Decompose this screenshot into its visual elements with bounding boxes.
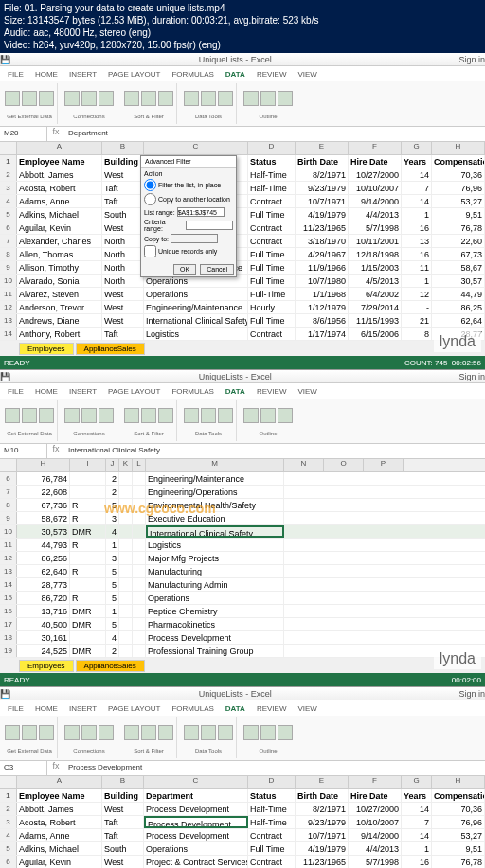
cell[interactable]: 67,73 bbox=[432, 248, 485, 260]
cell[interactable]: Process Development bbox=[144, 803, 248, 815]
cell[interactable] bbox=[133, 539, 146, 551]
cell[interactable]: 28,773 bbox=[17, 578, 70, 591]
row-header[interactable]: 11 bbox=[0, 288, 17, 300]
ribbon-button[interactable] bbox=[124, 91, 139, 106]
ribbon-button[interactable] bbox=[278, 408, 293, 423]
ribbon-button[interactable] bbox=[39, 408, 54, 423]
cell[interactable]: Engineering/Maintenance bbox=[144, 301, 248, 313]
cell[interactable]: 1/17/1974 bbox=[296, 328, 349, 340]
ribbon-button[interactable] bbox=[99, 91, 114, 106]
cell[interactable]: 14 bbox=[402, 803, 432, 815]
name-box[interactable]: M20 bbox=[0, 127, 47, 141]
cell[interactable]: West bbox=[102, 168, 144, 181]
cell[interactable]: 6/15/2006 bbox=[349, 328, 402, 340]
cell[interactable]: 86,256 bbox=[17, 552, 70, 564]
tab-appliance[interactable]: ApplianceSales bbox=[76, 343, 145, 355]
menu-insert[interactable]: INSERT bbox=[69, 704, 97, 713]
ribbon-button[interactable] bbox=[278, 725, 293, 740]
cell[interactable]: 10/7/1971 bbox=[296, 829, 349, 841]
cell[interactable] bbox=[133, 605, 146, 617]
cell[interactable]: Adkins, Michael bbox=[17, 208, 102, 221]
table-row[interactable]: 10Alvarado, SoniaNorthOperationsFull Tim… bbox=[0, 275, 485, 288]
cell[interactable]: 4/4/2013 bbox=[349, 208, 402, 221]
cell[interactable]: - bbox=[402, 301, 432, 313]
cell[interactable]: 9,51 bbox=[432, 842, 485, 855]
row-header[interactable]: 7 bbox=[0, 486, 17, 498]
menu-view[interactable]: VIEW bbox=[297, 70, 316, 79]
cell[interactable]: Taft bbox=[102, 829, 144, 841]
ribbon-button[interactable] bbox=[243, 725, 259, 740]
ribbon-button[interactable] bbox=[81, 408, 97, 423]
ribbon-button[interactable] bbox=[5, 725, 20, 740]
ribbon-button[interactable] bbox=[243, 91, 259, 106]
ribbon-button[interactable] bbox=[201, 725, 216, 740]
ribbon-button[interactable] bbox=[64, 91, 80, 106]
cell[interactable]: Birth Date bbox=[296, 155, 349, 168]
cell[interactable]: 16 bbox=[402, 856, 432, 868]
table-row[interactable]: 1613,716DMR1Peptide Chemistry bbox=[0, 605, 485, 618]
ribbon-button[interactable] bbox=[260, 725, 276, 740]
ribbon-button[interactable] bbox=[99, 408, 114, 423]
cell[interactable]: Adkins, Michael bbox=[17, 842, 102, 855]
cell[interactable]: 10/7/1980 bbox=[296, 275, 349, 287]
col-header[interactable]: G bbox=[402, 776, 432, 788]
cell[interactable]: 1 bbox=[402, 842, 432, 855]
ribbon-button[interactable] bbox=[278, 91, 293, 106]
cell[interactable]: Building bbox=[102, 789, 144, 802]
table-row[interactable]: 1362,640R5Manufacturing bbox=[0, 565, 485, 578]
copy-location-radio[interactable] bbox=[144, 193, 156, 205]
cell[interactable]: 76,96 bbox=[432, 182, 485, 194]
cell[interactable]: West bbox=[102, 288, 144, 300]
cell[interactable]: Full Time bbox=[248, 261, 296, 274]
ribbon-button[interactable] bbox=[5, 408, 20, 423]
cell[interactable]: West bbox=[102, 221, 144, 234]
cell[interactable]: Birth Date bbox=[296, 789, 349, 802]
cell[interactable]: 11/23/1965 bbox=[296, 221, 349, 234]
cell[interactable]: 8/2/1971 bbox=[296, 803, 349, 815]
cell[interactable]: 1/15/2003 bbox=[349, 261, 402, 274]
row-header[interactable]: 9 bbox=[0, 512, 17, 524]
cell[interactable]: Allison, Timothy bbox=[17, 261, 102, 274]
col-header[interactable]: I bbox=[70, 459, 106, 471]
cell[interactable]: 30,573 bbox=[17, 525, 70, 538]
cell[interactable]: Manufacturing Admin bbox=[146, 578, 284, 591]
cell[interactable] bbox=[133, 472, 146, 485]
col-header[interactable]: H bbox=[432, 142, 485, 154]
ribbon-button[interactable] bbox=[39, 725, 54, 740]
filter-in-place-radio[interactable] bbox=[144, 179, 156, 191]
cell[interactable]: 4/29/1967 bbox=[296, 248, 349, 260]
cell[interactable]: 21 bbox=[402, 314, 432, 327]
cell[interactable]: 4/19/1979 bbox=[296, 842, 349, 855]
save-icon[interactable]: 💾 bbox=[0, 55, 11, 64]
cell[interactable]: R bbox=[70, 592, 106, 604]
name-box[interactable]: C3 bbox=[0, 761, 47, 775]
ribbon-button[interactable] bbox=[39, 91, 54, 106]
row-header[interactable]: 5 bbox=[0, 208, 17, 221]
cell[interactable]: 10/10/2007 bbox=[349, 182, 402, 194]
cell[interactable]: Adams, Anne bbox=[17, 829, 102, 841]
cell[interactable]: DMR bbox=[70, 525, 106, 538]
cell[interactable]: 40,500 bbox=[17, 618, 70, 630]
ribbon-button[interactable] bbox=[184, 408, 199, 423]
cell[interactable]: 76,78 bbox=[432, 856, 485, 868]
name-box[interactable]: M10 bbox=[0, 444, 47, 458]
row-header[interactable]: 13 bbox=[0, 314, 17, 327]
cell[interactable]: West bbox=[102, 803, 144, 815]
row-header[interactable]: 12 bbox=[0, 552, 17, 564]
cell[interactable]: North bbox=[102, 261, 144, 274]
cell[interactable]: 86,720 bbox=[17, 592, 70, 604]
cell[interactable]: Alvarado, Sonia bbox=[17, 275, 102, 287]
row-header[interactable]: 5 bbox=[0, 842, 17, 855]
cell[interactable]: Process Development bbox=[144, 816, 248, 828]
cell[interactable]: Anderson, Trevor bbox=[17, 301, 102, 313]
menu-home[interactable]: HOME bbox=[35, 70, 58, 79]
menu-review[interactable]: REVIEW bbox=[257, 704, 287, 713]
cell[interactable] bbox=[70, 578, 106, 591]
row-header[interactable]: 1 bbox=[0, 789, 17, 802]
cell[interactable]: 5 bbox=[106, 565, 119, 577]
cell[interactable] bbox=[119, 486, 133, 498]
table-row[interactable]: 1740,500DMR5Pharmacokinetics bbox=[0, 618, 485, 631]
cell[interactable]: 1 bbox=[106, 605, 119, 617]
cell[interactable]: 62,64 bbox=[432, 314, 485, 327]
cell[interactable]: 2 bbox=[106, 486, 119, 498]
